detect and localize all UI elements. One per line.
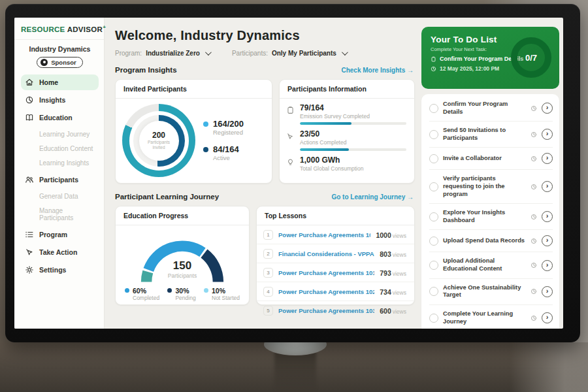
stat-label: Emission Survey Completed — [300, 113, 406, 120]
sidebar-item-program[interactable]: Program — [21, 227, 99, 242]
program-filter[interactable]: Program: Industrialize Zero — [115, 50, 210, 57]
lesson-rank: 5 — [263, 306, 273, 316]
legend-value: 60% — [133, 287, 159, 295]
sidebar-item-settings[interactable]: Settings — [21, 262, 99, 278]
task-row[interactable]: Upload Additional Educational Content › — [429, 252, 553, 278]
task-checkbox[interactable] — [429, 212, 438, 221]
filter-value: Industrialize Zero — [146, 50, 200, 57]
participants-filter[interactable]: Participants: Only My Participants — [232, 50, 346, 57]
lesson-views-unit: views — [393, 270, 406, 277]
chevron-right-icon[interactable]: › — [542, 286, 553, 297]
lesson-link[interactable]: Financial Considerations - VPPAs — [278, 250, 374, 257]
lightbulb-icon — [286, 158, 295, 167]
sidebar-item-label: Program — [39, 231, 67, 238]
monitor-stand-shadow — [274, 351, 316, 392]
education-progress-card: Education Progress 150 Participants 60% … — [115, 206, 250, 305]
chevron-right-icon[interactable]: › — [542, 312, 553, 323]
lesson-rank: 4 — [263, 287, 273, 297]
sidebar-item-label: Participants — [39, 176, 78, 184]
legend-pending: 30% Pending — [167, 287, 195, 301]
task-checkbox[interactable] — [429, 154, 438, 163]
task-row[interactable]: Explore Your Insights Dashboard › — [429, 204, 553, 230]
sidebar-item-learning-journey[interactable]: Learning Journey — [21, 127, 99, 141]
legend-value: 30% — [175, 287, 195, 295]
filter-label: Program: — [115, 50, 142, 57]
legend-label: Registered — [213, 129, 244, 136]
clipboard-icon — [431, 56, 436, 62]
chevron-right-icon[interactable]: › — [542, 103, 553, 114]
task-row[interactable]: Complete Your Learning Journey › — [429, 305, 553, 329]
emission-survey-row: 79/164 Emission Survey Completed — [286, 103, 406, 125]
logo-secondary: ADVISOR — [67, 25, 103, 33]
dashboard-screen: RESOURCE ADVISOR+ Industry Dynamics Spon… — [14, 18, 563, 329]
task-checkbox[interactable] — [429, 261, 438, 270]
sidebar-item-manage-participants[interactable]: Manage Participants — [21, 204, 99, 225]
todo-progress-value: 0/7 — [525, 53, 537, 63]
clock-icon — [531, 105, 537, 112]
chevron-right-icon[interactable]: › — [542, 153, 553, 164]
org-name: Industry Dynamics — [21, 45, 99, 53]
task-checkbox[interactable] — [429, 314, 438, 323]
legend-value: 84/164 — [213, 145, 239, 154]
filter-label: Participants: — [232, 50, 268, 57]
participants-information-card: Participants Information 79/164 Emission… — [279, 79, 415, 184]
task-row[interactable]: Achieve One Sustainability Target › — [429, 279, 553, 305]
clock-icon — [531, 315, 537, 321]
lesson-views-unit: views — [393, 308, 406, 315]
clock-icon — [531, 214, 537, 220]
invited-participants-card: Invited Participants 200 Participants In… — [115, 79, 272, 184]
top-lessons-card: Top Lessons 1 Power Purchase Agreements … — [256, 206, 415, 305]
sponsor-badge[interactable]: Sponsor — [37, 57, 83, 68]
sidebar-item-take-action[interactable]: Take Action — [21, 244, 99, 260]
task-label: Achieve One Sustainability Target — [443, 284, 526, 299]
lesson-link[interactable]: Power Purchase Agreements 101 — [278, 269, 374, 276]
task-row[interactable]: Confirm Your Program Details › — [429, 95, 553, 122]
sidebar-item-general-data[interactable]: General Data — [21, 189, 99, 203]
chevron-right-icon[interactable]: › — [542, 181, 553, 192]
sidebar-item-insights[interactable]: Insights — [21, 92, 99, 108]
sponsor-icon — [41, 59, 48, 66]
card-title: Top Lessons — [257, 206, 414, 225]
sidebar-item-education-content[interactable]: Education Content — [21, 142, 99, 155]
task-row[interactable]: Send 50 Invitations to Participants › — [429, 122, 553, 148]
actions-progress-bar — [300, 148, 406, 151]
sidebar-item-learning-insights[interactable]: Learning Insights — [21, 156, 99, 170]
clock-icon — [431, 66, 436, 72]
task-row[interactable]: Invite a Collaborator › — [429, 148, 553, 170]
task-checkbox[interactable] — [429, 130, 438, 139]
go-to-learning-journey-link[interactable]: Go to Learning Journey → — [331, 193, 414, 201]
task-checkbox[interactable] — [429, 237, 438, 246]
check-more-insights-link[interactable]: Check More Insights → — [341, 67, 414, 74]
card-title: Invited Participants — [116, 80, 272, 99]
chevron-right-icon[interactable]: › — [542, 260, 553, 271]
task-row[interactable]: Verify participants requesting to join t… — [429, 170, 553, 204]
task-checkbox[interactable] — [429, 104, 438, 113]
book-icon — [25, 113, 34, 122]
legend-registered: 164/200 Registered — [203, 120, 244, 136]
task-checkbox[interactable] — [429, 182, 438, 191]
sidebar-item-home[interactable]: Home — [21, 74, 99, 90]
legend-dot — [204, 288, 208, 293]
legend-label: Pending — [175, 295, 195, 301]
chevron-right-icon[interactable]: › — [542, 211, 553, 222]
lesson-link[interactable]: Power Purchase Agreements 103 — [278, 307, 374, 314]
todo-progress-ring: 0/7 — [511, 37, 551, 78]
clock-icon — [531, 155, 537, 162]
divider — [14, 39, 104, 40]
lesson-link[interactable]: Power Purchase Agreements 102 — [278, 288, 374, 295]
clock-icon — [531, 262, 537, 269]
sidebar-item-participants[interactable]: Participants — [21, 172, 99, 188]
card-title: Participants Information — [280, 80, 414, 99]
learning-journey-heading: Participant Learning Journey — [115, 193, 219, 201]
chevron-right-icon[interactable]: › — [542, 235, 553, 246]
chevron-right-icon[interactable]: › — [542, 129, 553, 140]
sidebar-item-label: Insights — [39, 96, 65, 104]
lesson-link[interactable]: Power Purchase Agreements 101 — [278, 231, 370, 238]
task-row[interactable]: Upload Spend Data Records › — [429, 230, 553, 252]
sidebar-item-education[interactable]: Education — [21, 110, 99, 125]
sidebar: RESOURCE ADVISOR+ Industry Dynamics Spon… — [14, 18, 105, 329]
clock-icon — [531, 288, 537, 295]
stat-value: 23/50 — [300, 129, 406, 139]
task-checkbox[interactable] — [429, 287, 438, 296]
legend-active: 84/164 Active — [203, 145, 244, 161]
